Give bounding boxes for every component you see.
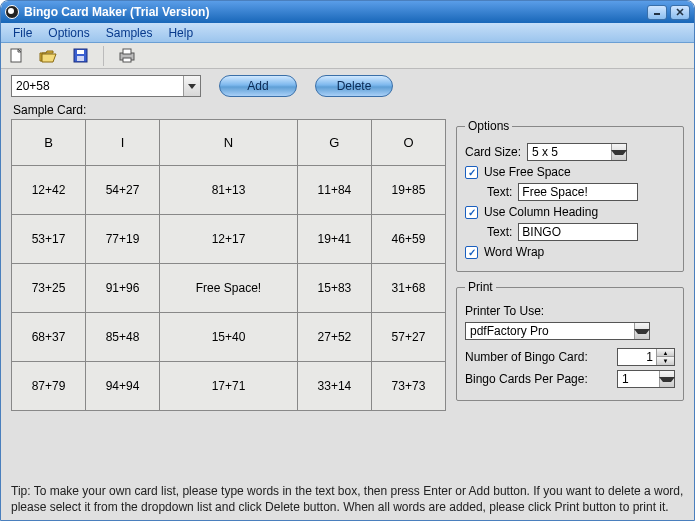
menu-options[interactable]: Options xyxy=(40,24,97,42)
toolbar xyxy=(1,43,694,69)
options-group: Options Card Size: 5 x 5 ✓ Use Free Spac… xyxy=(456,119,684,272)
col-header: O xyxy=(371,120,445,166)
tip-text: Tip: To make your own card list, please … xyxy=(11,483,684,515)
menu-file[interactable]: File xyxy=(5,24,40,42)
free-text-label: Text: xyxy=(487,185,512,199)
free-space-checkbox[interactable]: ✓ xyxy=(465,166,478,179)
minimize-button[interactable] xyxy=(647,5,667,20)
word-wrap-label: Word Wrap xyxy=(484,245,544,259)
col-heading-label: Use Column Heading xyxy=(484,205,598,219)
printer-select[interactable]: pdfFactory Pro xyxy=(465,322,650,340)
cell: 94+94 xyxy=(86,362,160,411)
app-icon xyxy=(5,5,19,19)
cell: 19+41 xyxy=(297,215,371,264)
cell: Free Space! xyxy=(160,264,298,313)
cell: 31+68 xyxy=(371,264,445,313)
svg-rect-5 xyxy=(77,50,84,54)
col-text-label: Text: xyxy=(487,225,512,239)
cell: 15+83 xyxy=(297,264,371,313)
menubar: File Options Samples Help xyxy=(1,23,694,43)
close-button[interactable] xyxy=(670,5,690,20)
options-legend: Options xyxy=(465,119,512,133)
per-page-label: Bingo Cards Per Page: xyxy=(465,372,588,386)
spin-up-icon[interactable]: ▲ xyxy=(657,349,674,357)
chevron-down-icon[interactable] xyxy=(611,144,626,160)
word-entry-dropdown-icon[interactable] xyxy=(183,76,200,96)
num-cards-value[interactable] xyxy=(618,349,656,365)
free-space-label: Use Free Space xyxy=(484,165,571,179)
printer-label: Printer To Use: xyxy=(465,304,544,318)
new-icon[interactable] xyxy=(7,47,25,65)
word-entry-input[interactable] xyxy=(12,77,183,95)
svg-rect-9 xyxy=(123,58,131,62)
window-title: Bingo Card Maker (Trial Version) xyxy=(24,5,209,19)
print-group: Print Printer To Use: pdfFactory Pro Num… xyxy=(456,280,684,401)
client-area: Add Delete Sample Card: B I N G O 12+425… xyxy=(1,69,694,521)
print-legend: Print xyxy=(465,280,496,294)
cell: 54+27 xyxy=(86,166,160,215)
cell: 53+17 xyxy=(12,215,86,264)
cell: 33+14 xyxy=(297,362,371,411)
col-header: G xyxy=(297,120,371,166)
free-text-input[interactable] xyxy=(518,183,638,201)
cell: 46+59 xyxy=(371,215,445,264)
chevron-down-icon[interactable] xyxy=(659,371,674,387)
num-cards-spinner[interactable]: ▲▼ xyxy=(617,348,675,366)
svg-rect-6 xyxy=(77,56,84,61)
cell: 73+73 xyxy=(371,362,445,411)
titlebar: Bingo Card Maker (Trial Version) xyxy=(1,1,694,23)
menu-help[interactable]: Help xyxy=(160,24,201,42)
word-entry-combo[interactable] xyxy=(11,75,201,97)
bingo-grid: B I N G O 12+4254+2781+1311+8419+85 53+1… xyxy=(11,119,446,411)
open-icon[interactable] xyxy=(39,47,57,65)
svg-rect-8 xyxy=(123,49,131,54)
cell: 15+40 xyxy=(160,313,298,362)
col-heading-checkbox[interactable]: ✓ xyxy=(465,206,478,219)
cell: 87+79 xyxy=(12,362,86,411)
add-button[interactable]: Add xyxy=(219,75,297,97)
num-cards-label: Number of Bingo Card: xyxy=(465,350,588,364)
cell: 11+84 xyxy=(297,166,371,215)
cell: 73+25 xyxy=(12,264,86,313)
col-header: N xyxy=(160,120,298,166)
card-size-label: Card Size: xyxy=(465,145,521,159)
cell: 57+27 xyxy=(371,313,445,362)
cell: 12+42 xyxy=(12,166,86,215)
col-text-input[interactable] xyxy=(518,223,638,241)
chevron-down-icon[interactable] xyxy=(634,323,649,339)
app-window: Bingo Card Maker (Trial Version) File Op… xyxy=(0,0,695,521)
per-page-select[interactable]: 1 xyxy=(617,370,675,388)
col-header: I xyxy=(86,120,160,166)
menu-samples[interactable]: Samples xyxy=(98,24,161,42)
sample-card-label: Sample Card: xyxy=(13,103,684,117)
save-icon[interactable] xyxy=(71,47,89,65)
word-wrap-checkbox[interactable]: ✓ xyxy=(465,246,478,259)
cell: 91+96 xyxy=(86,264,160,313)
cell: 12+17 xyxy=(160,215,298,264)
print-icon[interactable] xyxy=(118,47,136,65)
col-header: B xyxy=(12,120,86,166)
cell: 77+19 xyxy=(86,215,160,264)
delete-button[interactable]: Delete xyxy=(315,75,393,97)
spin-down-icon[interactable]: ▼ xyxy=(657,357,674,365)
cell: 81+13 xyxy=(160,166,298,215)
cell: 27+52 xyxy=(297,313,371,362)
cell: 85+48 xyxy=(86,313,160,362)
cell: 17+71 xyxy=(160,362,298,411)
card-size-select[interactable]: 5 x 5 xyxy=(527,143,627,161)
cell: 19+85 xyxy=(371,166,445,215)
cell: 68+37 xyxy=(12,313,86,362)
